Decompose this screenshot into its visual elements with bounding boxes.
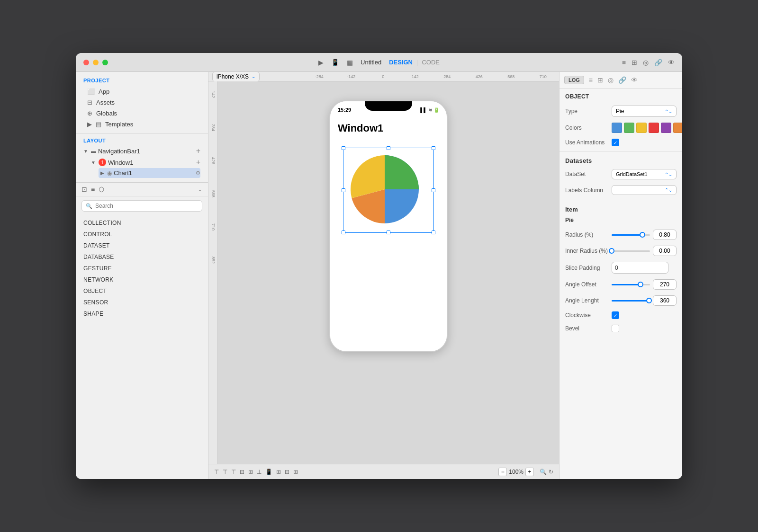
handle-mr[interactable]: [432, 188, 435, 192]
handle-bl[interactable]: [342, 231, 345, 234]
device-stack-icon[interactable]: ⊞: [276, 469, 281, 475]
layout-icon[interactable]: ▦: [347, 59, 353, 66]
grid-view-icon[interactable]: ⊞: [597, 76, 603, 84]
angle-length-slider-track[interactable]: [612, 300, 650, 301]
tree-item-chart1[interactable]: ▶ ◉ Chart1 ⚙: [99, 168, 200, 178]
search-canvas-icon[interactable]: 🔍: [540, 469, 547, 475]
category-shape[interactable]: SHAPE: [81, 308, 202, 319]
inner-radius-value[interactable]: 0.00: [653, 246, 677, 256]
category-gesture[interactable]: GESTURE: [81, 263, 202, 274]
clockwise-checkbox[interactable]: ✓: [612, 311, 619, 319]
design-tab[interactable]: DESIGN: [389, 59, 413, 66]
search-input[interactable]: [95, 203, 198, 209]
dataset-select[interactable]: GridDataSet1 ⌃⌄: [612, 169, 677, 179]
sidebar-item-app[interactable]: ⬜ App: [83, 86, 200, 97]
sidebar-item-globals[interactable]: ⊕ Globals: [83, 108, 200, 119]
category-control[interactable]: CONTROL: [81, 229, 202, 240]
align-bl-icon[interactable]: ⊥: [257, 469, 262, 475]
category-object[interactable]: OBJECT: [81, 285, 202, 297]
color-swatch-red[interactable]: [649, 123, 659, 133]
minimize-button[interactable]: [93, 60, 99, 65]
close-button[interactable]: [83, 60, 89, 65]
align-tc-icon[interactable]: ⊤: [223, 469, 227, 475]
code-tab[interactable]: CODE: [422, 59, 440, 66]
animations-checkbox[interactable]: ✓: [612, 139, 619, 146]
sidebar-item-templates[interactable]: ▶ ▤ Templates: [83, 119, 200, 130]
type-value: Pie: [616, 108, 624, 115]
category-sensor[interactable]: SENSOR: [81, 297, 202, 308]
color-swatch-orange[interactable]: [673, 123, 682, 133]
radius-value[interactable]: 0.80: [653, 230, 677, 240]
color-swatch-blue[interactable]: [612, 123, 622, 133]
angle-offset-value[interactable]: 270: [653, 279, 677, 290]
handle-tc[interactable]: [387, 146, 390, 150]
eye-panel-icon[interactable]: 👁: [631, 76, 638, 84]
datasets-label: Datasets: [559, 153, 682, 166]
category-dataset[interactable]: DATASET: [81, 240, 202, 251]
maximize-button[interactable]: [102, 60, 108, 65]
expand-icon[interactable]: ⊞: [632, 59, 637, 66]
zoom-out-button[interactable]: −: [498, 468, 507, 476]
category-database[interactable]: DATABASE: [81, 251, 202, 263]
chart-wrapper[interactable]: [347, 151, 430, 229]
component-view-icon[interactable]: ⊡: [81, 186, 87, 193]
layers-icon[interactable]: ⊞: [293, 469, 298, 475]
align-tl-icon[interactable]: ⊤: [214, 469, 219, 475]
type-select[interactable]: Pie ⌃⌄: [612, 106, 677, 117]
zoom-in-button[interactable]: +: [525, 468, 534, 476]
play-icon[interactable]: ▶: [318, 59, 324, 66]
handle-br[interactable]: [432, 231, 435, 234]
add-window-button[interactable]: +: [196, 158, 200, 167]
add-navbar-button[interactable]: +: [196, 147, 200, 155]
link-icon[interactable]: 🔗: [654, 59, 662, 66]
handle-tl[interactable]: [342, 146, 345, 150]
angle-offset-slider-thumb[interactable]: [638, 282, 643, 287]
list-view-icon[interactable]: ≡: [589, 76, 593, 84]
device-selector[interactable]: iPhone X/XS ⌄: [212, 72, 260, 82]
project-label: PROJECT: [83, 78, 200, 83]
handle-bc[interactable]: [387, 231, 390, 234]
circle-icon[interactable]: ◎: [608, 76, 614, 84]
canvas[interactable]: 15:29 ▌▌ ≋ 🔋 Window1: [218, 81, 559, 464]
templates-label: Templates: [105, 121, 133, 128]
color-swatch-green[interactable]: [624, 123, 634, 133]
angle-length-slider-thumb[interactable]: [646, 298, 652, 303]
radius-slider-thumb[interactable]: [640, 232, 645, 238]
device-frame-icon[interactable]: 📱: [265, 469, 272, 475]
ruler-num: 284: [431, 74, 463, 79]
radius-slider-track[interactable]: [612, 234, 650, 236]
handle-ml[interactable]: [342, 188, 345, 192]
component-list-icon[interactable]: ≡: [91, 186, 95, 193]
bevel-checkbox[interactable]: [612, 325, 619, 332]
chart1-settings-icon[interactable]: ⚙: [196, 170, 200, 176]
category-collection[interactable]: COLLECTION: [81, 217, 202, 229]
distribute-h-icon[interactable]: ⊟: [240, 469, 244, 475]
handle-tr[interactable]: [432, 146, 435, 150]
log-button[interactable]: LOG: [564, 76, 584, 84]
rotate-icon[interactable]: ↻: [549, 469, 553, 475]
slice-padding-input[interactable]: [615, 265, 682, 271]
angle-length-value[interactable]: 360: [653, 295, 677, 306]
preview-icon[interactable]: 👁: [668, 59, 675, 66]
inner-radius-slider-thumb[interactable]: [609, 248, 614, 254]
labels-column-select[interactable]: ⌃⌄: [612, 185, 677, 195]
sidebar-item-assets[interactable]: ⊟ Assets: [83, 97, 200, 108]
tree-item-navbargroup[interactable]: ▼ ▬ NavigationBar1 +: [83, 145, 200, 157]
inner-radius-slider-track[interactable]: [612, 250, 650, 252]
color-swatch-yellow[interactable]: [636, 123, 647, 133]
distribute-v-icon[interactable]: ⊞: [248, 469, 253, 475]
device-icon[interactable]: 📱: [331, 59, 339, 66]
ruler-v-num: 426: [211, 157, 216, 190]
angle-offset-slider-track[interactable]: [612, 284, 650, 285]
eye-icon[interactable]: ◎: [643, 59, 649, 66]
category-network[interactable]: NETWORK: [81, 274, 202, 285]
tree-item-window1[interactable]: ▼ 1 Window1 +: [91, 157, 200, 168]
panel-chevron[interactable]: ⌄: [198, 186, 202, 193]
color-swatch-purple[interactable]: [661, 123, 671, 133]
chain-icon[interactable]: 🔗: [618, 76, 626, 84]
align-tr-icon[interactable]: ⊤: [231, 469, 236, 475]
group-icon[interactable]: ⊟: [285, 469, 289, 475]
type-select-arrow: ⌃⌄: [665, 109, 672, 114]
list-icon[interactable]: ≡: [622, 59, 626, 66]
component-3d-icon[interactable]: ⬡: [99, 186, 104, 193]
